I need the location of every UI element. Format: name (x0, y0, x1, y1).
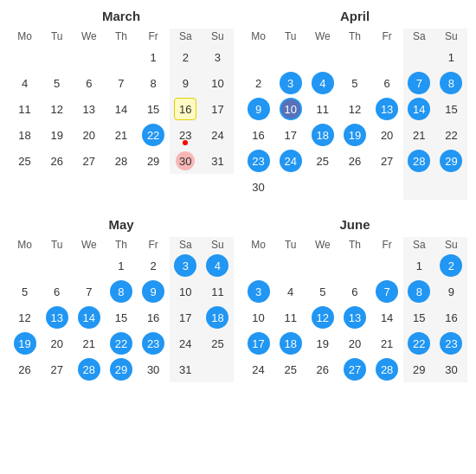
day-number[interactable]: 22 (440, 124, 462, 146)
day-number[interactable]: 25 (206, 332, 228, 355)
day-number[interactable]: 28 (110, 150, 132, 172)
day-number[interactable]: 27 (78, 150, 100, 172)
day-number[interactable]: 1 (440, 46, 462, 68)
day-number[interactable]: 14 (376, 306, 398, 329)
day-number[interactable]: 22 (110, 332, 132, 355)
day-number[interactable]: 2 (248, 72, 270, 94)
day-number[interactable]: 7 (376, 280, 398, 303)
day-number[interactable]: 19 (46, 124, 68, 146)
day-number[interactable]: 9 (174, 72, 196, 94)
day-number[interactable]: 13 (376, 98, 398, 120)
day-number[interactable]: 25 (312, 150, 334, 172)
day-number[interactable]: 29 (142, 150, 164, 172)
day-number[interactable]: 15 (142, 98, 164, 120)
day-number[interactable]: 19 (312, 332, 334, 355)
day-number[interactable]: 26 (344, 150, 366, 172)
day-number[interactable]: 12 (46, 98, 68, 120)
day-number[interactable]: 15 (408, 306, 430, 329)
day-number[interactable]: 4 (206, 254, 228, 277)
day-number[interactable]: 6 (344, 280, 366, 303)
day-number[interactable]: 14 (110, 98, 132, 120)
day-number[interactable]: 13 (344, 306, 366, 329)
day-number[interactable]: 29 (110, 358, 132, 381)
day-number[interactable]: 20 (46, 332, 68, 355)
day-number[interactable]: 29 (440, 150, 462, 172)
day-number[interactable]: 9 (440, 280, 462, 303)
day-number[interactable]: 14 (78, 306, 100, 329)
day-number[interactable]: 26 (312, 358, 334, 381)
day-number[interactable]: 12 (14, 306, 36, 329)
day-number[interactable]: 28 (78, 358, 100, 381)
day-number[interactable]: 15 (440, 98, 462, 120)
day-number[interactable]: 11 (206, 280, 228, 303)
day-number[interactable]: 28 (376, 358, 398, 381)
day-number[interactable]: 18 (312, 124, 334, 146)
day-number[interactable]: 23 (440, 332, 462, 355)
day-number[interactable]: 5 (46, 72, 68, 94)
day-number[interactable]: 10 (248, 306, 270, 329)
day-number[interactable]: 10 (206, 72, 228, 94)
day-number[interactable]: 21 (376, 332, 398, 355)
day-number[interactable]: 24 (248, 358, 270, 381)
day-number[interactable]: 17 (280, 124, 302, 146)
day-number[interactable]: 4 (312, 72, 334, 94)
day-number[interactable]: 5 (312, 280, 334, 303)
day-number[interactable]: 21 (110, 124, 132, 146)
day-number[interactable]: 27 (376, 150, 398, 172)
day-number[interactable]: 7 (408, 72, 430, 94)
day-number[interactable]: 1 (110, 254, 132, 277)
day-number[interactable]: 18 (14, 124, 36, 146)
day-number[interactable]: 5 (14, 280, 36, 303)
day-number[interactable]: 24 (174, 332, 196, 355)
day-number[interactable]: 21 (408, 124, 430, 146)
day-number[interactable]: 12 (312, 306, 334, 329)
day-number[interactable]: 4 (14, 72, 36, 94)
day-number[interactable]: 3 (174, 254, 196, 277)
day-number[interactable]: 29 (408, 358, 430, 381)
day-number[interactable]: 16 (248, 124, 270, 146)
day-number[interactable]: 13 (46, 306, 68, 329)
day-number[interactable]: 30 (174, 150, 196, 172)
day-number[interactable]: 4 (280, 280, 302, 303)
day-number[interactable]: 8 (408, 280, 430, 303)
day-number[interactable]: 16 (440, 306, 462, 329)
day-number[interactable]: 9 (142, 280, 164, 303)
day-number[interactable]: 26 (14, 358, 36, 381)
day-number[interactable]: 17 (206, 98, 228, 120)
day-number[interactable]: 13 (78, 98, 100, 120)
day-number[interactable]: 16 (142, 306, 164, 329)
day-number[interactable]: 25 (14, 150, 36, 172)
day-number[interactable]: 3 (248, 280, 270, 303)
day-number[interactable]: 14 (408, 98, 430, 120)
day-number[interactable]: 2 (174, 46, 196, 68)
day-number[interactable]: 6 (376, 72, 398, 94)
day-number[interactable]: 31 (174, 358, 196, 381)
day-number[interactable]: 7 (78, 280, 100, 303)
day-number[interactable]: 30 (248, 176, 270, 198)
day-number[interactable]: 24 (206, 124, 228, 146)
day-number[interactable]: 6 (78, 72, 100, 94)
day-number[interactable]: 9 (248, 98, 270, 120)
day-number[interactable]: 22 (408, 332, 430, 355)
day-number[interactable]: 17 (248, 332, 270, 355)
day-number[interactable]: 8 (440, 72, 462, 94)
day-number[interactable]: 28 (408, 150, 430, 172)
day-number[interactable]: 30 (142, 358, 164, 381)
day-number[interactable]: 20 (344, 332, 366, 355)
day-number[interactable]: 23 (248, 150, 270, 172)
day-number[interactable]: 10 (280, 98, 302, 120)
day-number[interactable]: 19 (14, 332, 36, 355)
day-number[interactable]: 7 (110, 72, 132, 94)
day-number[interactable]: 8 (110, 280, 132, 303)
day-number[interactable]: 11 (312, 98, 334, 120)
day-number[interactable]: 27 (344, 358, 366, 381)
day-number[interactable]: 21 (78, 332, 100, 355)
day-number[interactable]: 1 (408, 254, 430, 277)
day-number[interactable]: 12 (344, 98, 366, 120)
day-number[interactable]: 3 (280, 72, 302, 94)
day-number[interactable]: 1 (142, 46, 164, 68)
day-number[interactable]: 20 (376, 124, 398, 146)
day-number[interactable]: 26 (46, 150, 68, 172)
day-number[interactable]: 23 (142, 332, 164, 355)
day-number[interactable]: 24 (280, 150, 302, 172)
